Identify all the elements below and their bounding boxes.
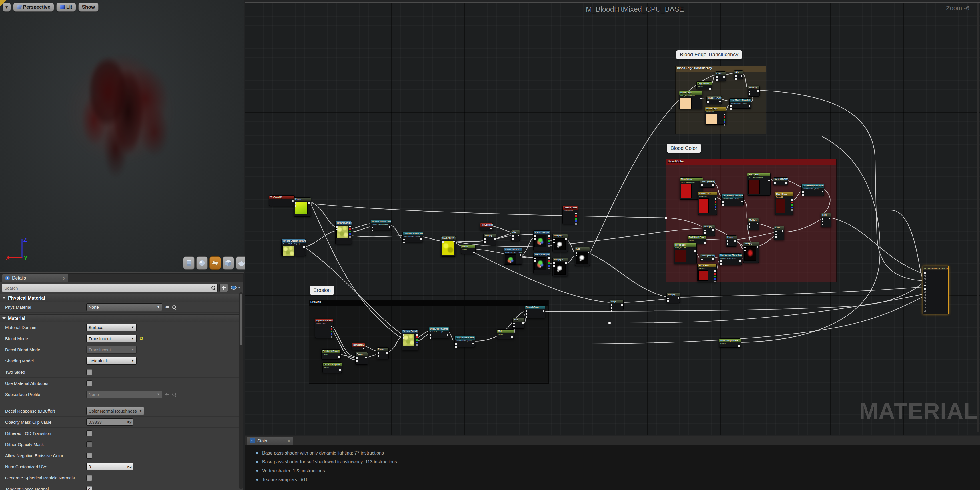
node-input-pin[interactable] bbox=[576, 252, 578, 254]
shape-cube-button[interactable] bbox=[223, 256, 234, 270]
graph-node-add[interactable]: Add bbox=[511, 230, 520, 241]
graph-node-blood-edge[interactable]: Blood EdgeNPC_BloodMaster bbox=[679, 91, 703, 109]
node-output-pin[interactable] bbox=[714, 270, 716, 272]
node-output-pin-b[interactable] bbox=[791, 207, 792, 208]
node-output-pin[interactable] bbox=[829, 218, 830, 219]
node-output-pin-a[interactable] bbox=[416, 344, 418, 346]
view-options-button[interactable]: ▼ bbox=[230, 284, 242, 291]
node-input-pin[interactable] bbox=[553, 242, 555, 243]
num-customized-uvs-spinbox[interactable]: 0◤◢ bbox=[86, 463, 133, 470]
node-input-pin[interactable] bbox=[822, 221, 823, 223]
graph-node-blood-texture[interactable]: Blood TextureParam2D (Tex Object) bbox=[504, 248, 522, 265]
node-input-pin[interactable] bbox=[730, 105, 732, 107]
graph-node-smoothcurve[interactable]: SmoothCurve bbox=[525, 305, 545, 318]
graph-node-use-master-blood-color[interactable]: Use Master Blood ColorSwitch Param (True… bbox=[729, 99, 751, 109]
tab-stats[interactable]: >_ Stats x bbox=[247, 436, 293, 445]
graph-node-mask-r-a-a-[interactable]: Mask ( R A A ) bbox=[706, 96, 722, 104]
node-input-pin[interactable] bbox=[701, 185, 703, 186]
node-output-pin[interactable] bbox=[713, 258, 714, 260]
graph-node-add[interactable]: Add bbox=[512, 318, 525, 329]
node-input-pin[interactable] bbox=[716, 76, 718, 78]
property-matrix-button[interactable] bbox=[220, 284, 228, 292]
two-sided-checkbox[interactable] bbox=[86, 369, 92, 375]
node-input-pin[interactable] bbox=[802, 194, 804, 196]
category-header[interactable]: Physical Material bbox=[0, 294, 239, 302]
graph-node-multiply[interactable]: Multiply bbox=[748, 86, 760, 97]
node-output-pin[interactable] bbox=[757, 223, 758, 224]
node-output-pin-b[interactable] bbox=[548, 265, 550, 267]
node-input-pin[interactable] bbox=[402, 337, 404, 339]
graph-node-particle-color[interactable]: Particle ColorVertex Data bbox=[562, 206, 578, 224]
search-input[interactable]: Search bbox=[2, 284, 218, 292]
node-output-pin[interactable] bbox=[822, 191, 823, 192]
node-output-pin-r[interactable] bbox=[575, 215, 577, 217]
graph-node-lerp[interactable]: Lerp bbox=[610, 300, 624, 310]
node-output-pin[interactable] bbox=[309, 202, 310, 204]
node-output-pin[interactable] bbox=[700, 98, 702, 100]
node-input-pin[interactable] bbox=[744, 247, 746, 248]
node-output-pin-a[interactable] bbox=[715, 209, 716, 210]
node-input-pin[interactable] bbox=[526, 310, 527, 312]
shape-sphere-button[interactable] bbox=[196, 256, 208, 270]
node-input-pin[interactable] bbox=[924, 272, 926, 274]
node-input-pin[interactable] bbox=[513, 326, 515, 327]
graph-node-texture-sample[interactable]: Texture Sample bbox=[335, 221, 352, 244]
generate-spherical-particle-normals-checkbox[interactable] bbox=[86, 475, 92, 481]
node-output-pin-r[interactable] bbox=[714, 273, 716, 275]
node-output-pin[interactable] bbox=[694, 250, 696, 251]
graph-node-texcoord-0-[interactable]: TexCoord[0] bbox=[269, 195, 295, 206]
node-output-pin[interactable] bbox=[724, 114, 725, 116]
lit-button[interactable]: Lit bbox=[56, 3, 76, 12]
graph-node-bolt-blood-power[interactable]: Bolt Blood PowerParam bbox=[687, 235, 706, 244]
node-input-pin[interactable] bbox=[924, 288, 926, 290]
graph-scrollbar[interactable] bbox=[977, 3, 979, 432]
graph-node-add[interactable]: Add bbox=[734, 70, 743, 79]
graph-node-multiply[interactable]: Multiply bbox=[703, 225, 715, 236]
node-input-pin[interactable] bbox=[534, 238, 536, 240]
node-output-pin[interactable] bbox=[757, 90, 759, 92]
node-input-pin[interactable] bbox=[512, 235, 514, 237]
node-input-pin[interactable] bbox=[553, 265, 555, 267]
node-output-pin-r[interactable] bbox=[548, 237, 550, 239]
node-input-pin[interactable] bbox=[775, 236, 776, 238]
node-input-pin[interactable] bbox=[704, 232, 706, 234]
graph-node-m-bloodhitmixed-cpu-base[interactable]: M_BloodHitMixed_CPU_Base bbox=[923, 266, 949, 315]
node-output-pin[interactable] bbox=[734, 240, 736, 242]
node-input-pin[interactable] bbox=[735, 78, 737, 80]
graph-node-edge-blood[interactable]: Edge BloodParam bbox=[697, 81, 712, 89]
node-input-pin[interactable] bbox=[295, 205, 296, 207]
node-input-pin[interactable] bbox=[722, 201, 724, 203]
node-output-pin-a[interactable] bbox=[724, 124, 725, 126]
node-input-pin[interactable] bbox=[513, 323, 515, 325]
node-output-pin[interactable] bbox=[365, 357, 367, 358]
node-input-pin[interactable] bbox=[924, 282, 926, 283]
node-output-pin-g[interactable] bbox=[715, 204, 716, 205]
node-input-pin[interactable] bbox=[924, 291, 926, 293]
allow-negative-emissive-color-checkbox[interactable] bbox=[86, 453, 92, 458]
use-material-attributes-checkbox[interactable] bbox=[86, 380, 92, 386]
graph-node-noise[interactable]: NoiseParam bbox=[461, 245, 476, 254]
node-input-pin[interactable] bbox=[377, 352, 379, 354]
node-input-pin[interactable] bbox=[403, 242, 405, 243]
graph-node-texture-sample[interactable]: Texture Sample bbox=[533, 253, 550, 274]
node-input-pin[interactable] bbox=[553, 239, 555, 240]
graph-node-texture-sample[interactable]: Texture Sample bbox=[533, 231, 550, 251]
node-output-pin-b[interactable] bbox=[715, 206, 716, 208]
graph-node-mask-r-g-b-[interactable]: Mask ( R G B ) bbox=[700, 180, 715, 188]
node-output-pin[interactable] bbox=[447, 334, 449, 336]
node-input-pin[interactable] bbox=[735, 75, 737, 77]
graph-node-multiply[interactable]: Multiply bbox=[743, 242, 759, 263]
node-input-pin[interactable] bbox=[822, 224, 823, 225]
node-output-pin-a[interactable] bbox=[575, 223, 577, 225]
node-output-pin[interactable] bbox=[517, 235, 519, 236]
graph-node-power[interactable]: Power bbox=[377, 347, 389, 360]
graph-node-mask-r-g-[interactable]: Mask ( R G ) bbox=[441, 236, 456, 257]
node-input-pin[interactable] bbox=[611, 310, 612, 312]
node-output-pin[interactable] bbox=[303, 246, 305, 248]
graph-node-use-master-blood-color[interactable]: Use Master Blood ColorSwitch Param (True… bbox=[719, 253, 742, 265]
node-input-pin[interactable] bbox=[701, 259, 703, 261]
node-input-pin[interactable] bbox=[356, 357, 358, 359]
graph-node-multiply-2[interactable]: Multiply 2 bbox=[552, 234, 568, 252]
node-input-pin[interactable] bbox=[704, 229, 706, 231]
node-input-pin[interactable] bbox=[484, 239, 486, 240]
